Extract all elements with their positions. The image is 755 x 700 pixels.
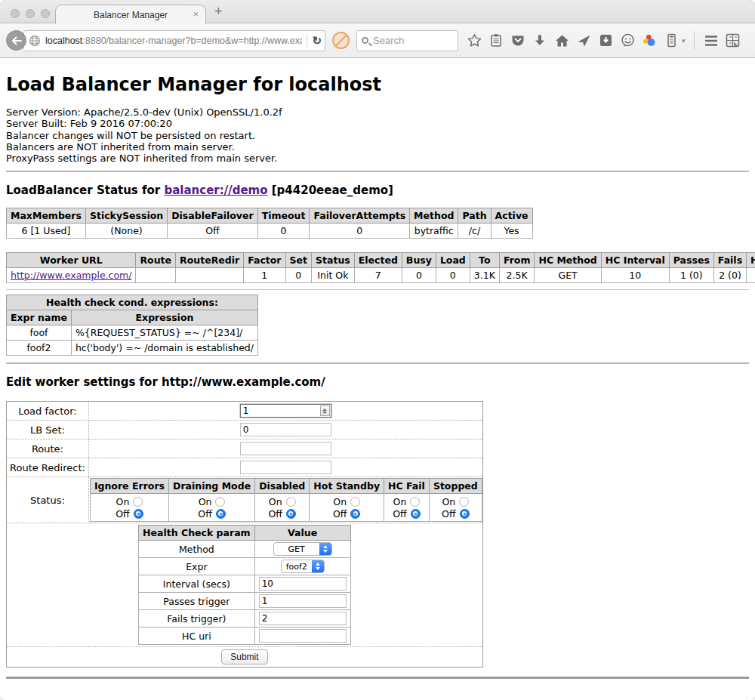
page-content: Load Balancer Manager for localhost Serv… [0, 58, 755, 699]
hot-standby-cell: On Off [310, 494, 384, 522]
draining-mode-on-radio[interactable] [215, 497, 225, 507]
search-placeholder: Search [373, 35, 404, 46]
col-hc-fail: HC Fail [384, 479, 430, 494]
table-header-row: Worker URL Route RouteRedir Factor Set S… [7, 253, 755, 268]
feedback-smiley-button[interactable] [619, 32, 636, 49]
number-spinner-icon[interactable] [320, 406, 330, 416]
col-draining-mode: Draining Mode [169, 479, 255, 494]
status-label: Status: [7, 477, 89, 523]
reload-button[interactable]: ↻ [312, 35, 322, 46]
disabled-off-radio[interactable] [286, 509, 296, 519]
balancer-demo-link[interactable]: balancer://demo [164, 183, 267, 197]
table-row: foof2 hc('body') =~ /domain is establish… [7, 341, 258, 356]
disabled-cell: On Off [255, 494, 310, 522]
tab-close-icon[interactable]: × [193, 8, 199, 20]
hc-method-row: Method GET [139, 541, 351, 558]
search-bar[interactable]: Search [356, 30, 458, 51]
on-label: On [333, 496, 347, 507]
health-check-expressions-table: Health check cond. expressions: Expr nam… [6, 294, 258, 356]
hot-standby-on-radio[interactable] [350, 497, 360, 507]
route-value [136, 268, 176, 283]
bottom-divider [6, 677, 749, 679]
hc-uri-row: HC uri [139, 628, 351, 645]
fails-input[interactable] [259, 612, 347, 625]
close-window-icon[interactable] [11, 9, 20, 18]
off-label: Off [269, 508, 282, 520]
route-redirect-input[interactable] [240, 461, 331, 474]
url-bar[interactable]: localhost:8880/balancer-manager?b=demo&w… [23, 30, 325, 51]
hc-uri-input[interactable] [259, 629, 347, 643]
url-host: localhost [45, 35, 82, 46]
col-stopped: Stopped [429, 479, 482, 494]
expr-select[interactable]: foof2 [281, 560, 325, 573]
method-select[interactable]: GET [273, 542, 332, 556]
status-options-table: Ignore Errors Draining Mode Disabled Hot… [90, 478, 482, 522]
col-active: Active [491, 208, 532, 224]
tab-balancer-manager[interactable]: Balancer Manager × [55, 5, 206, 24]
hc-fail-off-radio[interactable] [411, 509, 421, 519]
path-value: /c/ [458, 224, 491, 239]
minimize-window-icon[interactable] [26, 9, 35, 18]
reading-list-button[interactable] [488, 32, 504, 49]
load-factor-input[interactable] [241, 406, 320, 416]
expr-select-value: foof2 [282, 562, 312, 572]
home-button[interactable] [553, 32, 570, 49]
passes-input[interactable] [259, 594, 347, 608]
container-extension-button[interactable] [663, 32, 680, 49]
submit-row: Submit [7, 647, 483, 668]
set-value: 0 [285, 268, 311, 283]
off-label: Off [333, 508, 347, 520]
interval-input[interactable] [259, 577, 347, 591]
hot-standby-off-radio[interactable] [350, 509, 360, 519]
pages-grid-button[interactable] [725, 32, 741, 49]
download-button[interactable] [532, 32, 548, 49]
draining-mode-off-radio[interactable] [216, 509, 226, 519]
stopped-off-radio[interactable] [460, 509, 470, 519]
zoom-window-icon[interactable] [41, 9, 50, 18]
url-text[interactable]: localhost:8880/balancer-manager?b=demo&w… [45, 35, 302, 46]
col-from: From [499, 253, 535, 268]
worker-url-link[interactable]: http://www.example.com/ [11, 270, 131, 281]
factor-value: 1 [244, 268, 285, 283]
titlebar: Balancer Manager × + [0, 0, 755, 23]
route-redirect-label: Route Redirect: [7, 458, 89, 477]
lb-set-label: LB Set: [7, 421, 89, 439]
col-hc-interval: HC Interval [601, 253, 669, 268]
pocket-button[interactable] [510, 32, 526, 49]
elected-value: 7 [354, 268, 402, 283]
url-divider [307, 34, 307, 48]
hc-fails-row: Fails trigger) [139, 610, 351, 628]
table-title-row: Health check cond. expressions: [7, 295, 258, 310]
send-tab-button[interactable] [575, 32, 592, 49]
col-route: Route [136, 253, 176, 268]
col-value: Value [254, 526, 350, 541]
window-controls[interactable] [11, 9, 50, 18]
hc-uri-value [747, 268, 755, 283]
chevron-down-icon[interactable]: ▾ [682, 37, 686, 45]
table-header-row: Expr name Expression [7, 310, 258, 325]
ignore-errors-off-radio[interactable] [134, 509, 143, 519]
method-label: Method [139, 541, 255, 558]
back-button[interactable] [6, 30, 26, 51]
bookmark-star-button[interactable] [466, 32, 482, 49]
inherit-notice: Balancers are NOT inherited from main se… [6, 141, 749, 153]
route-input[interactable] [240, 442, 331, 455]
off-label: Off [393, 508, 406, 520]
disabled-on-radio[interactable] [286, 497, 296, 507]
ignore-errors-on-radio[interactable] [133, 497, 143, 507]
hc-fail-on-radio[interactable] [410, 497, 420, 507]
table-row: foof %{REQUEST_STATUS} =~ /^[234]/ [7, 325, 258, 341]
busy-value: 0 [402, 268, 436, 283]
loadbalancer-status-heading: LoadBalancer Status for balancer://demo … [6, 183, 749, 197]
stopped-on-radio[interactable] [459, 497, 469, 507]
lb-set-input[interactable] [240, 423, 331, 436]
submit-button[interactable]: Submit [221, 649, 267, 665]
status-radio-row: On Off On Off On Off [90, 494, 482, 522]
new-tab-button[interactable]: + [214, 4, 223, 20]
menu-button[interactable] [703, 32, 720, 49]
divider [6, 171, 749, 172]
extension-download-button[interactable] [597, 32, 614, 49]
content-blocked-icon[interactable] [332, 32, 350, 49]
colored-dots-extension-button[interactable] [641, 32, 658, 49]
on-label: On [393, 496, 407, 507]
